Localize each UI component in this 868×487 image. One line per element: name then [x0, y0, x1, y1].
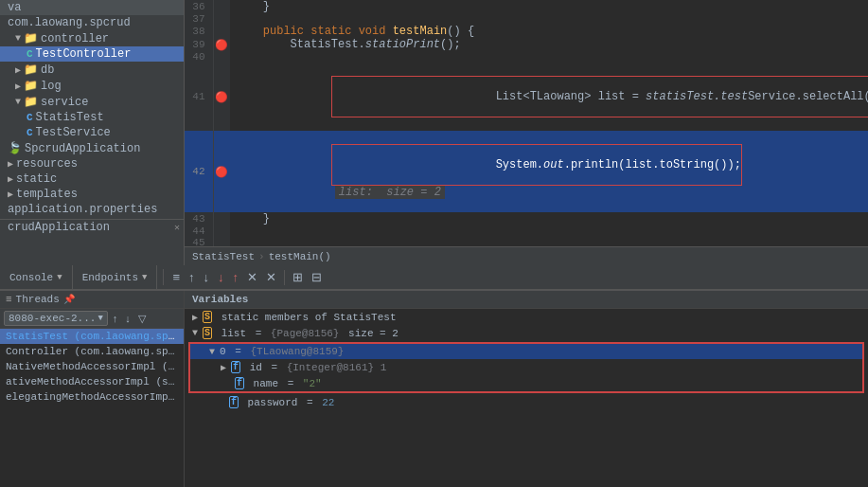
line-code [230, 225, 868, 237]
file-tree: va com.laowang.spcrud ▼ 📁 controller C T… [0, 0, 185, 265]
folder-label: templates [16, 188, 78, 201]
var-value: {Integer@8161} 1 [287, 362, 387, 373]
thread-item-statisTest[interactable]: StatisTest (com.laowang.spcrud [0, 329, 184, 344]
threads-pin-icon: 📌 [63, 294, 75, 305]
expand-icon[interactable]: ▼ [192, 328, 198, 338]
variables-panel: Variables ▶ S static members of StatisTe… [185, 291, 868, 487]
toolbar-down2-btn[interactable]: ↓ [215, 269, 227, 285]
var-item-name[interactable]: f name = "2" [190, 375, 862, 391]
chevron-right-icon: ▶ [8, 189, 13, 200]
sidebar-item-spcrudApp[interactable]: 🍃 SpcrudApplication [0, 140, 184, 156]
breadcrumb-statisTest[interactable]: StatisTest [192, 251, 255, 262]
sidebar-item-controller-folder[interactable]: ▼ 📁 controller [0, 30, 184, 46]
sidebar-item-db-folder[interactable]: ▶ 📁 db [0, 62, 184, 78]
var-name: name [247, 378, 278, 389]
toolbar-grid2-btn[interactable]: ⊟ [309, 269, 325, 285]
sidebar-item-templates[interactable]: ▶ templates [0, 187, 184, 202]
sidebar-item-testcontroller[interactable]: C TestController [0, 46, 184, 62]
thread-down-btn[interactable]: ↓ [122, 312, 133, 325]
chevron-down-icon: ▼ [15, 97, 21, 107]
sidebar-item-service-folder[interactable]: ▼ 📁 service [0, 94, 184, 110]
var-item-static[interactable]: ▶ S static members of StatisTest [185, 309, 868, 325]
thread-item-ativeMethod[interactable]: ativeMethodAccessorImpl (sun.n [0, 374, 184, 389]
var-item-0[interactable]: ▼ 0 = {TLaowang@8159} [190, 344, 862, 359]
toolbar-stop-btn[interactable]: ✕ [244, 269, 260, 285]
spring-icon: 🍃 [8, 141, 22, 155]
thread-item-nativeMethod[interactable]: NativeMethodAccessorImpl (sun. [0, 359, 184, 374]
toolbar-list-btn[interactable]: ≡ [169, 269, 183, 285]
class-label: StatisTest [36, 111, 104, 124]
sidebar-item-static[interactable]: ▶ static [0, 171, 184, 187]
dropdown-arrow-icon: ▼ [97, 314, 102, 323]
line-number: 45 [185, 237, 213, 246]
field-icon: f [229, 396, 239, 408]
tab-console[interactable]: Console ▼ [0, 265, 73, 289]
var-item-list[interactable]: ▼ S list = {Page@8156} size = 2 [185, 325, 868, 341]
close-icon[interactable]: ✕ [174, 222, 180, 233]
toolbar-down-btn[interactable]: ↓ [201, 269, 213, 285]
code-line-44: 44 [185, 225, 868, 237]
breadcrumb-testMain[interactable]: testMain() [269, 251, 331, 262]
sidebar-item-package[interactable]: com.laowang.spcrud [0, 15, 184, 30]
line-number: 37 [185, 13, 213, 25]
var-name: list [215, 328, 246, 339]
var-equals: = [249, 328, 268, 339]
chevron-right-icon: ▶ [15, 81, 21, 92]
expand-icon[interactable]: ▼ [209, 347, 215, 357]
var-type: {Page@8156} [271, 328, 345, 339]
line-number: 40 [185, 51, 213, 63]
thread-controller-label: Controller (com.laowang.spcrud [6, 346, 184, 357]
thread-item-controller[interactable]: Controller (com.laowang.spcrud [0, 344, 184, 359]
sidebar-item-va[interactable]: va [0, 0, 184, 15]
toolbar-grid-btn[interactable]: ⊞ [290, 269, 306, 285]
line-gutter [213, 13, 230, 25]
folder-label: db [41, 63, 54, 77]
sidebar-item-app-props[interactable]: application.properties [0, 202, 184, 217]
console-dropdown-icon[interactable]: ▼ [57, 273, 62, 282]
sidebar-item-testService[interactable]: C TestService [0, 125, 184, 140]
expand-icon[interactable]: ▶ [192, 312, 198, 323]
sidebar-item-log-folder[interactable]: ▶ 📁 log [0, 78, 184, 94]
var-highlighted-group: ▼ 0 = {TLaowang@8159} ▶ f id = {Integer@… [188, 342, 864, 393]
line-code [230, 237, 868, 246]
threads-title-icon: ≡ [6, 294, 12, 305]
variables-header: Variables [185, 291, 868, 309]
breakpoint-icon: 🔴 [213, 131, 230, 212]
code-line-43: 43 } [185, 212, 868, 225]
expand-icon[interactable]: ▶ [221, 362, 226, 373]
line-number: 44 [185, 225, 213, 237]
tab-endpoints[interactable]: Endpoints ▼ [73, 265, 158, 289]
sidebar-item-crudApp-tab[interactable]: crudApplication ✕ [0, 219, 184, 235]
breadcrumb: StatisTest › testMain() [185, 246, 868, 265]
var-name: id [243, 362, 262, 373]
thread-dropdown[interactable]: 8080-exec-2... ▼ [4, 311, 108, 326]
toolbar-stop2-btn[interactable]: ✕ [263, 269, 279, 285]
sidebar-item-resources[interactable]: ▶ resources [0, 156, 184, 171]
folder-icon: 📁 [24, 79, 38, 93]
var-equals: = [229, 346, 248, 357]
var-item-password[interactable]: f password = 22 [185, 394, 868, 410]
line-number: 43 [185, 212, 213, 225]
thread-filter-btn[interactable]: ▽ [135, 312, 149, 326]
chevron-right-icon: ▶ [15, 64, 21, 76]
line-gutter [213, 25, 230, 38]
sidebar-item-statisTest[interactable]: C StatisTest [0, 110, 184, 125]
toolbar-separator [284, 270, 285, 285]
toolbar-up-btn[interactable]: ↑ [186, 269, 198, 285]
line-gutter [213, 51, 230, 63]
thread-item-delegating[interactable]: elegatingMethodAccessorImpl (s [0, 389, 184, 405]
endpoints-dropdown-icon[interactable]: ▼ [142, 273, 147, 282]
code-scroll-area[interactable]: 36 } 37 38 public static v [185, 0, 868, 246]
tab-label: crudApplication [8, 221, 110, 234]
line-code [230, 51, 868, 63]
code-line-40: 40 [185, 51, 868, 63]
toolbar-up2-btn[interactable]: ↑ [230, 269, 242, 285]
code-line-37: 37 [185, 13, 868, 25]
folder-icon: 📁 [24, 95, 38, 109]
variables-title: Variables [192, 294, 248, 305]
thread-native-label: NativeMethodAccessorImpl (sun. [6, 361, 184, 372]
thread-up-btn[interactable]: ↑ [110, 312, 121, 325]
field-icon: f [231, 361, 240, 373]
var-item-id[interactable]: ▶ f id = {Integer@8161} 1 [190, 359, 862, 375]
field-icon: f [235, 377, 244, 389]
